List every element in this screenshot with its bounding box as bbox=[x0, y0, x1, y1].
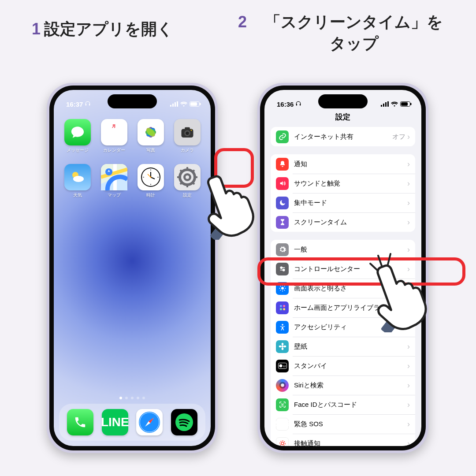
phone-settings: 16:36 設定 インターネット共有 オフ › bbox=[257, 83, 428, 453]
chevron-right-icon: › bbox=[407, 362, 410, 370]
svg-point-65 bbox=[283, 269, 284, 271]
svg-point-21 bbox=[190, 130, 191, 130]
weather-icon bbox=[64, 164, 91, 190]
svg-rect-3 bbox=[172, 104, 174, 107]
chevron-right-icon: › bbox=[407, 265, 410, 273]
svg-point-86 bbox=[279, 364, 282, 368]
clock-icon bbox=[138, 164, 164, 190]
dock-phone[interactable] bbox=[67, 409, 93, 435]
dock: LINE bbox=[59, 404, 205, 441]
chevron-right-icon: › bbox=[407, 160, 410, 168]
app-camera[interactable]: カメラ bbox=[171, 119, 203, 153]
svg-point-23 bbox=[73, 176, 84, 182]
svg-point-84 bbox=[283, 346, 286, 348]
row-accessibility[interactable]: アクセシビリティ › bbox=[271, 317, 415, 337]
svg-rect-1 bbox=[89, 104, 90, 105]
row-notifications[interactable]: 通知 › bbox=[271, 154, 415, 174]
chevron-right-icon: › bbox=[407, 323, 410, 331]
app-label: 設定 bbox=[183, 192, 192, 198]
status-time: 16:37 bbox=[66, 100, 83, 108]
chevron-right-icon: › bbox=[407, 420, 410, 428]
row-focus[interactable]: 集中モード › bbox=[271, 193, 415, 212]
svg-line-74 bbox=[284, 286, 285, 287]
chevron-right-icon: › bbox=[407, 304, 410, 312]
app-maps[interactable]: マップ bbox=[98, 164, 130, 198]
battery-icon bbox=[400, 101, 412, 107]
photos-icon bbox=[138, 119, 164, 145]
svg-rect-8 bbox=[200, 103, 201, 105]
svg-point-35 bbox=[150, 177, 151, 178]
svg-line-44 bbox=[180, 170, 182, 172]
svg-point-39 bbox=[186, 175, 189, 179]
svg-rect-5 bbox=[177, 101, 178, 107]
chevron-right-icon: › bbox=[407, 133, 410, 141]
svg-point-25 bbox=[105, 168, 112, 175]
svg-rect-58 bbox=[387, 101, 389, 107]
headphones-icon bbox=[295, 100, 301, 108]
svg-rect-76 bbox=[283, 305, 285, 307]
step-1-header: 1 設定アプリを開く bbox=[32, 19, 173, 40]
svg-line-45 bbox=[193, 182, 194, 184]
app-messages[interactable]: メッセージ bbox=[62, 119, 93, 153]
svg-rect-78 bbox=[283, 308, 285, 310]
flower-icon bbox=[276, 340, 289, 353]
app-photos[interactable]: 写真 bbox=[135, 119, 166, 153]
row-sounds[interactable]: サウンドと触覚 › bbox=[271, 174, 415, 193]
sos-icon: SOS bbox=[276, 418, 289, 431]
row-control-center[interactable]: コントロールセンター › bbox=[271, 259, 415, 279]
dock-spotify[interactable] bbox=[171, 409, 197, 435]
app-weather[interactable]: 天気 bbox=[62, 164, 93, 198]
chevron-right-icon: › bbox=[407, 381, 410, 389]
row-homescreen[interactable]: ホーム画面とアプリライブラリ › bbox=[271, 298, 415, 317]
phone-homescreen: 16:37 メッセージ 月 5 カレンダー bbox=[47, 83, 218, 453]
row-internet-sharing[interactable]: インターネット共有 オフ › bbox=[271, 127, 415, 146]
wifi-icon bbox=[391, 101, 398, 107]
app-label: 時計 bbox=[146, 192, 155, 198]
app-label: カメラ bbox=[181, 147, 194, 153]
bell-icon bbox=[276, 158, 289, 171]
highlight-ring-settings bbox=[214, 148, 254, 188]
gear-icon bbox=[276, 243, 289, 256]
row-standby[interactable]: 12 スタンバイ › bbox=[271, 356, 415, 376]
svg-rect-4 bbox=[175, 102, 176, 107]
link-icon bbox=[276, 130, 289, 143]
svg-rect-61 bbox=[410, 103, 412, 105]
app-label: 天気 bbox=[73, 192, 82, 198]
step-2-header: 2 「スクリーンタイム」を タップ bbox=[238, 11, 467, 54]
svg-rect-75 bbox=[280, 305, 282, 307]
row-general[interactable]: 一般 › bbox=[271, 240, 415, 259]
app-clock[interactable]: 時計 bbox=[135, 164, 166, 198]
app-settings[interactable]: 設定 bbox=[171, 164, 203, 198]
chevron-right-icon: › bbox=[407, 218, 410, 226]
maps-icon bbox=[101, 164, 127, 190]
svg-rect-0 bbox=[86, 104, 86, 105]
dynamic-island bbox=[108, 94, 157, 108]
camera-icon bbox=[174, 119, 201, 145]
step-2-text: 「スクリーンタイム」を タップ bbox=[250, 11, 457, 54]
row-sos[interactable]: SOS 緊急 SOS › bbox=[271, 414, 415, 434]
row-faceid[interactable]: Face IDとパスコード › bbox=[271, 395, 415, 414]
app-calendar[interactable]: 月 5 カレンダー bbox=[98, 119, 130, 153]
hourglass-icon bbox=[276, 216, 289, 229]
svg-point-82 bbox=[281, 347, 283, 350]
settings-group-general: 一般 › コントロールセンター › 画面表示と明るさ › ホーム画面とアプリライ… bbox=[271, 240, 415, 446]
cellular-icon bbox=[381, 101, 389, 107]
row-wallpaper[interactable]: 壁紙 › bbox=[271, 337, 415, 356]
dock-line[interactable]: LINE bbox=[102, 409, 128, 435]
svg-point-92 bbox=[281, 442, 284, 445]
row-siri[interactable]: Siriと検索 › bbox=[271, 376, 415, 395]
home-app-grid: メッセージ 月 5 カレンダー bbox=[62, 119, 203, 198]
svg-point-93 bbox=[280, 441, 285, 446]
page-indicator[interactable] bbox=[54, 397, 211, 399]
row-exposure[interactable]: 接触通知 › bbox=[271, 434, 415, 446]
standby-icon: 12 bbox=[276, 360, 289, 372]
row-display[interactable]: 画面表示と明るさ › bbox=[271, 279, 415, 298]
status-time: 16:36 bbox=[277, 100, 294, 108]
svg-rect-60 bbox=[401, 102, 408, 106]
dock-safari[interactable] bbox=[136, 409, 163, 435]
svg-point-80 bbox=[281, 346, 283, 348]
step-1-text: 設定アプリを開く bbox=[44, 19, 173, 40]
svg-line-72 bbox=[284, 290, 285, 291]
faceid-icon bbox=[276, 398, 289, 411]
row-screentime[interactable]: スクリーンタイム › bbox=[271, 212, 415, 232]
